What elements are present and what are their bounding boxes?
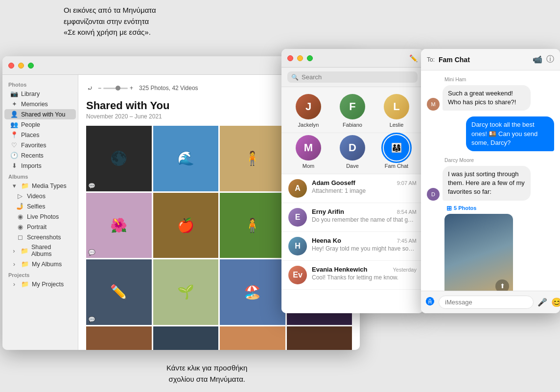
- message-header: Erny Arifin 8:54 AM: [312, 208, 417, 215]
- pinned-contact-jackelyn[interactable]: J Jackelyn: [296, 94, 321, 128]
- sidebar-item-label: My Projects: [32, 281, 64, 288]
- sidebar-item-portrait[interactable]: ◉ Portrait: [4, 222, 76, 232]
- sidebar-item-live-photos[interactable]: ◉ Live Photos: [4, 211, 76, 222]
- search-input[interactable]: [302, 73, 414, 81]
- photo-cell[interactable]: 👥: [153, 326, 219, 350]
- sidebar-item-screenshots[interactable]: ◻ Screenshots: [4, 232, 76, 242]
- comment-icon: 💬: [88, 249, 95, 256]
- selfies-icon: 🤳: [16, 203, 24, 210]
- sidebar-item-shared-albums[interactable]: › 📁 Shared Albums: [4, 242, 76, 259]
- message-preview: Attachment: 1 image: [312, 187, 417, 194]
- conversation-row-evania[interactable]: Ev Evania Henkewich Yesterday Cool! Than…: [281, 261, 423, 290]
- memories-icon: ✦: [10, 100, 18, 108]
- message-preview: Hey! Gray told me you might have some go…: [312, 245, 417, 252]
- chat-messages: Mini Ham M Such a great weekend! Who has…: [421, 70, 560, 291]
- message-time: Yesterday: [393, 267, 417, 273]
- sidebar-item-shared-with-you[interactable]: 👤 Shared with You: [4, 109, 76, 119]
- photo-cell[interactable]: 🌺💬: [86, 193, 152, 258]
- photos-sidebar: Photos 📷 Library ✦ Memories 👤 Shared wit…: [2, 75, 78, 350]
- minimize-button[interactable]: [297, 55, 303, 61]
- rotate-icon[interactable]: ⤾: [86, 83, 94, 93]
- pinned-contact-famchat[interactable]: 👨‍👩‍👧 Fam Chat: [384, 135, 409, 169]
- photo-cell[interactable]: 🧍💬: [86, 326, 152, 350]
- avatar-jackelyn: J: [296, 94, 321, 119]
- pinned-contact-leslie[interactable]: L Leslie: [384, 94, 409, 128]
- photo-cell[interactable]: 🍎: [153, 193, 219, 258]
- sidebar-item-memories[interactable]: ✦ Memories: [4, 99, 76, 109]
- sidebar-item-selfies[interactable]: 🤳 Selfies: [4, 201, 76, 211]
- message-time: 7:45 AM: [397, 238, 417, 244]
- pinned-contact-dave[interactable]: D Dave: [340, 135, 365, 169]
- sidebar-item-media-types[interactable]: ▾ 📁 Media Types: [4, 181, 76, 191]
- pinned-contact-mom[interactable]: M Mom: [296, 135, 321, 169]
- chevron-icon: ▾: [10, 182, 18, 189]
- photo-cell[interactable]: 🧍: [220, 193, 285, 258]
- my-projects-icon: 📁: [21, 280, 29, 288]
- sidebar-item-my-projects[interactable]: › 📁 My Projects: [4, 279, 76, 289]
- emoji-icon[interactable]: 😊: [551, 297, 560, 308]
- message-row-incoming: D I was just sorting through them. Here …: [427, 166, 554, 201]
- message-bubble: I was just sorting through them. Here ar…: [443, 166, 531, 201]
- chevron-right-icon: ›: [10, 247, 18, 254]
- avatar-leslie: L: [384, 94, 409, 119]
- photos-badge: ⊞ 5 Photos: [444, 205, 554, 212]
- zoom-plus-icon: +: [130, 85, 133, 92]
- sidebar-item-my-albums[interactable]: › 📁 My Albums: [4, 259, 76, 269]
- maximize-button[interactable]: [307, 55, 313, 61]
- sidebar-item-label: Videos: [27, 193, 46, 200]
- sidebar-item-label: Screenshots: [27, 234, 61, 241]
- zoom-slider[interactable]: − +: [98, 85, 133, 92]
- sidebar-item-favorites[interactable]: ♡ Favorites: [4, 140, 76, 150]
- message-bubble: Such a great weekend! Who has pics to sh…: [443, 85, 531, 111]
- sidebar-item-library[interactable]: 📷 Library: [4, 89, 76, 99]
- avatar-erny: E: [288, 208, 307, 227]
- photo-cell[interactable]: 🎈: [220, 326, 285, 350]
- close-button[interactable]: [8, 63, 14, 69]
- photo-cell[interactable]: 🧍: [287, 326, 352, 350]
- photo-cell[interactable]: 🌊: [153, 126, 219, 191]
- photo-cell[interactable]: 🌑💬: [86, 126, 152, 191]
- conversation-row-heena[interactable]: H Heena Ko 7:45 AM Hey! Gray told me you…: [281, 232, 423, 261]
- message-input[interactable]: [439, 296, 534, 309]
- sidebar-item-label: Imports: [21, 162, 42, 169]
- annotation-top: Οι εικόνες από τα Μηνύματα εμφανίζονται …: [64, 5, 156, 38]
- message-time: 9:07 AM: [397, 180, 417, 186]
- messages-chat-window: To: Fam Chat 📹 ⓘ Mini Ham M Such a great…: [421, 49, 560, 313]
- share-icon[interactable]: ⬆: [495, 279, 509, 291]
- photo-attachment[interactable]: ⬆: [444, 214, 513, 291]
- close-button[interactable]: [287, 55, 293, 61]
- conversation-row-adam[interactable]: A Adam Gooseff 9:07 AM Attachment: 1 ima…: [281, 174, 423, 203]
- audio-icon[interactable]: 🎤: [537, 298, 547, 307]
- video-call-icon[interactable]: 📹: [533, 55, 542, 64]
- photo-cell[interactable]: 🌱: [153, 259, 219, 325]
- chat-title: Fam Chat: [439, 56, 529, 64]
- message-content: I was just sorting through them. Here ar…: [443, 166, 531, 201]
- conversation-row-erny[interactable]: E Erny Arifin 8:54 AM Do you remember th…: [281, 203, 423, 232]
- apps-icon[interactable]: 🅐: [426, 297, 435, 307]
- sidebar-item-videos[interactable]: ▷ Videos: [4, 191, 76, 201]
- comment-icon: 💬: [88, 316, 95, 323]
- message-header: Adam Gooseff 9:07 AM: [312, 179, 417, 186]
- pinned-contact-fabiano[interactable]: F Fabiano: [340, 94, 365, 128]
- pinned-name: Mom: [303, 163, 314, 169]
- sidebar-item-imports[interactable]: ⬇ Imports: [4, 161, 76, 171]
- info-icon[interactable]: ⓘ: [546, 54, 554, 65]
- photo-cell[interactable]: 🏖️: [220, 259, 285, 325]
- avatar-dave: D: [340, 135, 365, 161]
- compose-icon[interactable]: ✏️: [409, 54, 418, 62]
- photo-cell[interactable]: 🧍: [220, 126, 285, 191]
- sidebar-item-label: Favorites: [21, 142, 46, 149]
- message-bubble: Darcy took all the best ones! 🍱 Can you …: [466, 116, 554, 151]
- annotation-bottom: Κάντε κλικ για προσθήκη σχολίου στα Μηνύ…: [166, 363, 247, 385]
- sidebar-item-recents[interactable]: 🕐 Recents: [4, 150, 76, 161]
- sidebar-item-people[interactable]: 👥 People: [4, 119, 76, 130]
- maximize-button[interactable]: [28, 63, 34, 69]
- pinned-contacts: J Jackelyn F Fabiano L Leslie: [281, 87, 423, 133]
- sidebar-item-places[interactable]: 📍 Places: [4, 130, 76, 140]
- photo-cell[interactable]: ✏️💬: [86, 259, 152, 325]
- sidebar-item-label: Memories: [21, 101, 48, 108]
- sender-name: Mini Ham: [427, 76, 554, 82]
- pinned-name: Leslie: [390, 122, 404, 128]
- minimize-button[interactable]: [18, 63, 24, 69]
- messages-list-titlebar: ✏️: [281, 49, 423, 68]
